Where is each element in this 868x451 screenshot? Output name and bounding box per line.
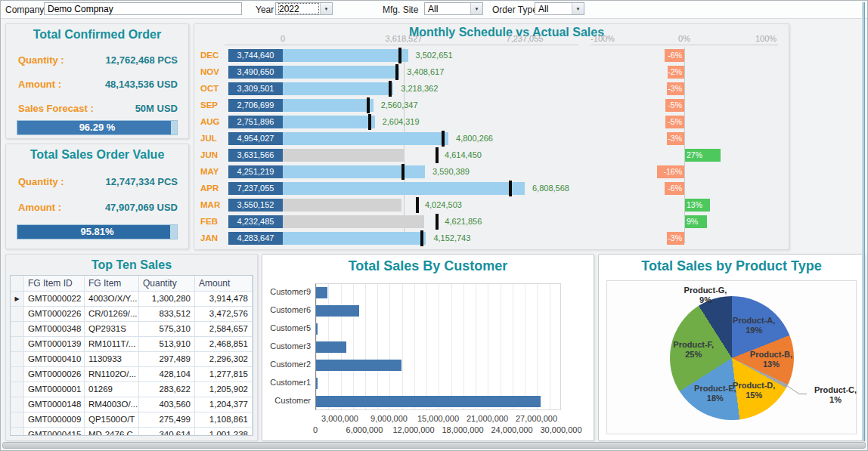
monthly-row: JUN3,631,5664,614,45027% [194,147,789,164]
actual-marker [395,64,398,80]
month-label: DEC [200,51,219,60]
quantity-cell: 513,910 [139,337,195,351]
monthly-row: SEP2,706,6992,560,347-5% [194,97,789,114]
month-label: JAN [200,233,218,242]
row-selector[interactable] [11,412,24,427]
variance-bar: -5% [665,99,684,112]
month-label: AUG [200,117,220,126]
customer-bar [316,287,327,298]
table-row[interactable]: ▶GMT00000224003O/X/Y...1,300,2803,914,47… [11,292,253,307]
amount-cell: 1,001,238 [195,428,253,436]
column-header: Quantity [139,276,195,291]
schedule-bar [283,132,448,145]
table-row[interactable]: GMT00004101130933297,4892,296,302 [11,352,253,367]
row-selector[interactable]: ▶ [11,292,24,306]
top-ten-table: FG Item IDFG ItemQuantityAmount▶GMT00000… [10,275,253,436]
monthly-row: OCT3,309,5013,218,362-3% [194,81,789,97]
actual-marker [436,214,439,230]
variance-bar: 9% [685,215,707,228]
table-row[interactable]: GMT000000101269283,6221,205,902 [11,382,253,397]
sales-by-product-panel: Total Sales by Product Type Product-A,19… [598,254,865,441]
x-axis-tick: 0 [313,425,318,434]
table-row[interactable]: GMT0000348QP2931S575,3102,584,657 [11,322,253,337]
forecast-label: Sales Forecast : [18,103,94,114]
schedule-value-box: 3,744,640 [228,49,283,62]
row-selector[interactable] [11,367,24,381]
table-row[interactable]: GMT0000415MD-2476 C...340,6141,001,238 [11,428,253,436]
actual-value-label: 4,024,503 [425,200,462,209]
fg-item-id-cell: GMT0000148 [24,397,85,412]
actual-value-label: 6,808,568 [532,184,569,193]
actual-marker [420,230,423,246]
variance-bar: 27% [685,149,721,162]
monthly-row: MAY4,251,2193,590,389-16% [194,164,789,181]
amount-cell: 2,584,657 [195,322,253,336]
amount-cell: 1,277,815 [195,367,253,381]
quantity-cell: 833,512 [139,307,195,321]
chevron-down-icon[interactable]: ▼ [470,3,482,14]
customer-bar [316,305,359,317]
column-header: Amount [195,276,253,291]
quantity-value: 12,762,468 PCS [106,54,178,66]
panel-title: Total Sales Order Value [6,148,188,162]
confirmed-progress-bar: 96.29 % [17,120,178,135]
customer-category-label: Customer9 [264,287,311,296]
row-selector[interactable] [11,337,24,351]
dashboard-window: Company Year 2022 ▼ Mfg. Site All ▼ Orde… [0,0,868,451]
mfg-site-dropdown[interactable]: All ▼ [424,2,483,15]
actual-value-label: 3,590,389 [432,167,470,176]
filter-bar: Company Year 2022 ▼ Mfg. Site All ▼ Orde… [1,1,867,19]
actual-value-label: 4,614,450 [445,150,482,159]
monthly-row: DEC3,744,6403,502,651-6% [194,48,789,64]
customer-category-label: Customer6 [264,305,311,314]
table-row[interactable]: GMT0000009QP1500O/T275,4991,108,861 [11,412,253,428]
amount-cell: 2,468,851 [195,337,253,351]
actual-value-label: 4,800,266 [456,134,493,143]
chevron-down-icon[interactable]: ▼ [572,3,584,14]
year-dropdown[interactable]: 2022 ▼ [275,2,333,15]
fg-item-cell: MD-2476 C... [85,428,139,436]
actual-value-label: 3,408,617 [407,67,444,76]
table-row[interactable]: GMT0000226CR/01269/...833,5123,472,576 [11,307,253,322]
schedule-bar [283,99,374,112]
amount-label: Amount : [18,202,61,213]
table-row[interactable]: GMT0000026RN1102O/...428,1041,277,815 [11,367,253,382]
monthly-row: FEB4,232,4854,621,8569% [194,214,789,230]
customer-bar [316,378,318,389]
row-selector[interactable] [11,397,24,412]
axis-tick: -100% [591,34,615,43]
table-row[interactable]: GMT0000139RM1011T/...513,9102,468,851 [11,337,253,352]
company-input[interactable] [44,2,242,15]
fg-item-cell: RM4003O/... [85,397,139,412]
panel-title: Top Ten Sales [6,258,257,272]
actual-marker [436,147,439,163]
amount-cell: 1,108,861 [195,412,253,427]
actual-marker [389,81,392,97]
month-label: FEB [200,217,218,226]
fg-item-id-cell: GMT0000009 [24,412,85,427]
monthly-schedule-panel: Monthly Schedule vs Actual Sales 0 3,618… [194,23,789,250]
row-selector[interactable] [11,307,24,321]
schedule-bar [283,199,401,212]
axis-tick: 0 [281,34,285,43]
fg-item-cell: 1130933 [85,352,139,366]
fg-item-cell: QP2931S [85,322,139,336]
quantity-cell: 403,560 [139,397,195,412]
customer-bar [316,360,401,371]
pie-slice-label: Product-G,9% [672,286,739,305]
schedule-value-box: 3,490,650 [228,66,283,79]
variance-bar: -5% [665,116,684,128]
row-selector[interactable] [11,352,24,366]
quantity-cell: 340,614 [139,428,195,436]
order-type-dropdown[interactable]: All ▼ [535,2,584,15]
actual-marker [442,131,445,147]
row-selector[interactable] [11,322,24,336]
row-selector[interactable] [11,382,24,397]
table-row[interactable]: GMT0000148RM4003O/...403,5601,204,377 [11,397,253,412]
actual-value-label: 4,152,743 [433,233,470,242]
mfg-site-value: All [428,4,469,14]
chevron-down-icon[interactable]: ▼ [320,3,332,14]
row-selector[interactable] [11,428,24,436]
variance-bar: -3% [667,132,684,145]
amount-value: 47,907,069 USD [105,202,178,213]
